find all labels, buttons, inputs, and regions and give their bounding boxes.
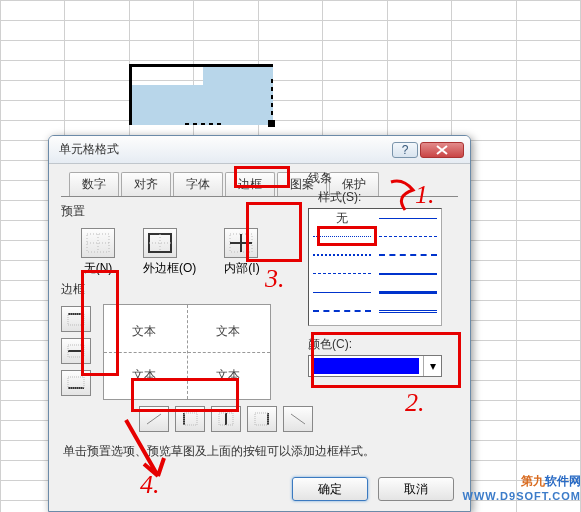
style-8[interactable] xyxy=(313,288,371,298)
dialog-titlebar[interactable]: 单元格格式 ? xyxy=(49,136,470,164)
preset-outline-label: 外边框(O) xyxy=(143,260,196,277)
svg-line-22 xyxy=(291,414,305,424)
format-cells-dialog: 单元格格式 ? 数字 对齐 字体 边框 图案 保护 预置 无(N) xyxy=(48,135,471,512)
lines-group: 线条 样式(S): 无 颜色(C): ▾ xyxy=(308,170,452,377)
style-9[interactable] xyxy=(379,288,437,298)
color-dropdown[interactable]: ▾ xyxy=(308,355,442,377)
border-hmid-button[interactable] xyxy=(61,338,91,364)
ok-button[interactable]: 确定 xyxy=(292,477,368,501)
preview-text: 文本 xyxy=(132,367,156,384)
dropdown-arrow-icon: ▾ xyxy=(423,356,441,376)
fill-handle[interactable] xyxy=(268,120,275,127)
preset-outline[interactable]: 外边框(O) xyxy=(143,228,196,277)
tab-number[interactable]: 数字 xyxy=(69,172,119,196)
border-preview[interactable]: 文本 文本 文本 文本 xyxy=(103,304,271,400)
color-label: 颜色(C): xyxy=(308,336,452,353)
border-bottom-button[interactable] xyxy=(61,370,91,396)
style-4[interactable] xyxy=(313,250,371,260)
svg-rect-17 xyxy=(184,413,197,425)
tab-border[interactable]: 边框 xyxy=(225,172,275,196)
style-10[interactable] xyxy=(313,306,371,316)
border-right-button[interactable] xyxy=(247,406,277,432)
preset-none[interactable]: 无(N) xyxy=(81,228,115,277)
style-7[interactable] xyxy=(379,269,437,279)
svg-rect-10 xyxy=(68,314,84,325)
preview-text: 文本 xyxy=(132,323,156,340)
svg-rect-14 xyxy=(68,377,84,388)
preset-none-icon xyxy=(81,228,115,258)
close-button[interactable] xyxy=(420,142,464,158)
border-diag-up-button[interactable] xyxy=(139,406,169,432)
style-label: 样式(S): xyxy=(318,189,452,206)
line-style-list[interactable]: 无 xyxy=(308,208,442,326)
preset-inside[interactable]: 内部(I) xyxy=(224,228,259,277)
style-6[interactable] xyxy=(313,269,371,279)
style-2[interactable] xyxy=(313,232,371,242)
tab-alignment[interactable]: 对齐 xyxy=(121,172,171,196)
svg-line-15 xyxy=(147,414,161,424)
style-none[interactable]: 无 xyxy=(313,213,371,223)
preset-outline-icon xyxy=(143,228,177,258)
border-diag-down-button[interactable] xyxy=(283,406,313,432)
hint-text: 单击预置选项、预览草图及上面的按钮可以添加边框样式。 xyxy=(63,442,456,460)
preset-inside-icon xyxy=(224,228,258,258)
cancel-button[interactable]: 取消 xyxy=(378,477,454,501)
color-swatch xyxy=(313,358,419,374)
style-11[interactable] xyxy=(379,306,437,316)
lines-label: 线条 xyxy=(308,170,452,187)
tab-font[interactable]: 字体 xyxy=(173,172,223,196)
preset-none-label: 无(N) xyxy=(81,260,115,277)
watermark: 第九软件网 WWW.D9SOFT.COM xyxy=(463,471,582,502)
style-1[interactable] xyxy=(379,213,437,223)
preview-text: 文本 xyxy=(216,323,240,340)
style-3[interactable] xyxy=(379,232,437,242)
style-5[interactable] xyxy=(379,250,437,260)
help-button[interactable]: ? xyxy=(392,142,418,158)
svg-rect-21 xyxy=(255,413,268,425)
border-vmid-button[interactable] xyxy=(211,406,241,432)
selection-range[interactable] xyxy=(129,64,273,125)
preset-inside-label: 内部(I) xyxy=(224,260,259,277)
dialog-title: 单元格格式 xyxy=(59,141,390,158)
preview-text: 文本 xyxy=(216,367,240,384)
border-left-button[interactable] xyxy=(175,406,205,432)
border-top-button[interactable] xyxy=(61,306,91,332)
